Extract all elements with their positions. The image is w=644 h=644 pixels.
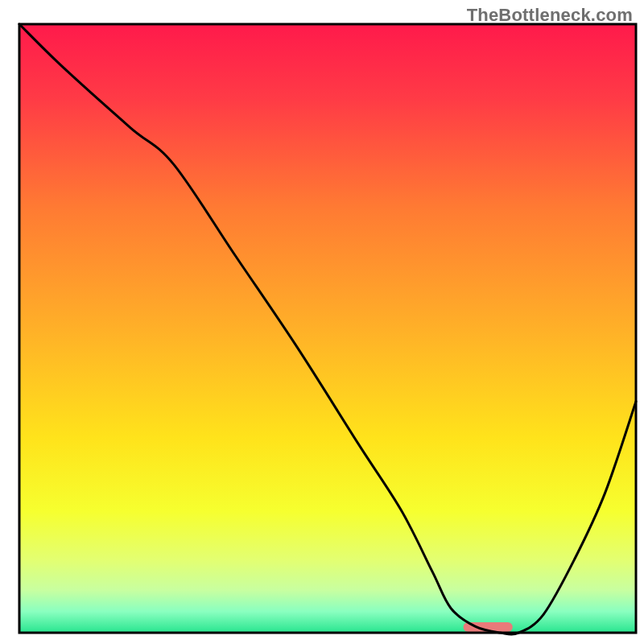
chart-background — [19, 24, 636, 633]
chart-root: TheBottleneck.com — [0, 0, 644, 644]
bottleneck-chart — [0, 0, 644, 644]
